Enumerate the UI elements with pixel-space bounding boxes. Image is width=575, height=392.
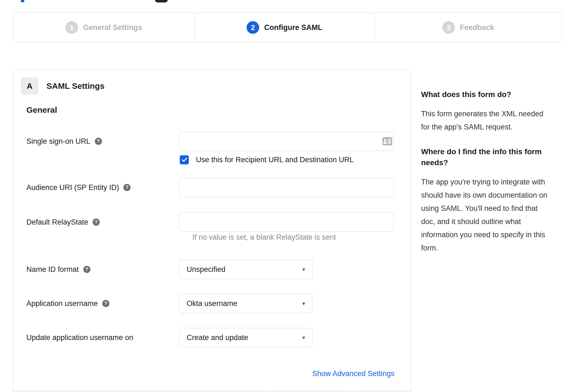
app-username-label: Application username ? (26, 299, 109, 308)
audience-uri-row: Audience URI (SP Entity ID) ? (13, 178, 411, 197)
help-answer-2: The app you're trying to integrate with … (421, 175, 575, 255)
cutoff-blue-tab-indicator (21, 0, 24, 2)
relaystate-help-icon[interactable]: ? (93, 219, 100, 226)
audience-help-icon[interactable]: ? (123, 184, 131, 191)
name-id-format-row: Name ID format ? Unspecified ▾ (13, 260, 411, 279)
help-answer-1: This form generates the XML needed for t… (421, 107, 575, 134)
relaystate-label: Default RelayState ? (26, 218, 100, 227)
sso-url-input[interactable] (179, 132, 394, 151)
name-id-format-select[interactable]: Unspecified ▾ (179, 260, 313, 279)
name-id-format-value: Unspecified (187, 265, 225, 274)
sso-url-row: Single sign-on URL ? (13, 132, 411, 151)
panel-title: SAML Settings (46, 81, 104, 91)
update-username-row: Update application username on Create an… (13, 328, 411, 347)
section-dashed-divider (13, 391, 411, 391)
app-username-field-wrap: Okta username ▾ (179, 294, 313, 313)
saml-settings-panel: A SAML Settings General Single sign-on U… (13, 69, 411, 392)
sso-help-icon[interactable]: ? (95, 138, 102, 145)
step-1-number-badge: 1 (65, 21, 78, 34)
step-feedback[interactable]: 3 Feedback (375, 13, 562, 42)
panel-header: A SAML Settings (21, 77, 104, 95)
step-2-label: Configure SAML (264, 23, 322, 32)
help-sidebar: What does this form do? This form genera… (421, 89, 575, 255)
update-username-value: Create and update (187, 333, 248, 342)
update-username-label-text: Update application username on (26, 333, 133, 342)
autofill-contact-card-icon[interactable] (382, 137, 392, 146)
step-2-number-badge: 2 (247, 21, 259, 34)
chevron-down-icon: ▾ (302, 334, 305, 341)
checkmark-icon (182, 158, 187, 162)
step-configure-saml[interactable]: 2 Configure SAML (195, 13, 375, 42)
step-general-settings[interactable]: 1 General Settings (13, 13, 195, 42)
section-a-badge: A (21, 77, 38, 95)
relaystate-field-wrap (179, 212, 394, 232)
app-username-help-icon[interactable]: ? (102, 300, 109, 307)
name-id-field-wrap: Unspecified ▾ (179, 260, 313, 279)
chevron-down-icon: ▾ (302, 266, 305, 273)
update-username-label: Update application username on (26, 333, 133, 342)
step-1-label: General Settings (83, 23, 142, 32)
audience-uri-label: Audience URI (SP Entity ID) ? (26, 183, 131, 192)
name-id-format-label: Name ID format ? (26, 265, 90, 274)
step-3-number-badge: 3 (442, 21, 455, 34)
audience-uri-input[interactable] (179, 178, 394, 197)
update-username-field-wrap: Create and update ▾ (179, 328, 313, 347)
app-username-select[interactable]: Okta username ▾ (179, 294, 313, 313)
app-username-row: Application username ? Okta username ▾ (13, 294, 411, 313)
relaystate-label-text: Default RelayState (26, 218, 88, 227)
sso-url-label-text: Single sign-on URL (26, 137, 90, 146)
relaystate-row: Default RelayState ? (13, 212, 411, 232)
help-question-1: What does this form do? (421, 89, 575, 100)
name-id-format-label-text: Name ID format (26, 265, 79, 274)
sso-url-field-wrap (179, 132, 394, 151)
show-advanced-settings-link[interactable]: Show Advanced Settings (312, 369, 394, 378)
general-section-heading: General (26, 105, 57, 115)
step-3-label: Feedback (460, 23, 494, 32)
relaystate-hint: If no value is set, a blank RelayState i… (192, 233, 336, 242)
audience-uri-field-wrap (179, 178, 394, 197)
chevron-down-icon: ▾ (302, 300, 305, 307)
sso-checkbox-row: Use this for Recipient URL and Destinati… (180, 155, 354, 164)
wizard-stepper: 1 General Settings 2 Configure SAML 3 Fe… (13, 12, 562, 43)
app-username-value: Okta username (187, 299, 237, 308)
relaystate-input[interactable] (179, 212, 394, 232)
recipient-destination-checkbox-label: Use this for Recipient URL and Destinati… (196, 156, 354, 164)
sso-url-label: Single sign-on URL ? (26, 137, 102, 146)
name-id-help-icon[interactable]: ? (83, 266, 90, 273)
update-username-select[interactable]: Create and update ▾ (179, 328, 313, 347)
app-username-label-text: Application username (26, 299, 98, 308)
help-question-2: Where do I find the info this form needs… (421, 146, 575, 168)
audience-uri-label-text: Audience URI (SP Entity ID) (26, 183, 119, 192)
recipient-destination-checkbox[interactable] (180, 155, 189, 164)
cutoff-dark-header-element (155, 0, 168, 2)
